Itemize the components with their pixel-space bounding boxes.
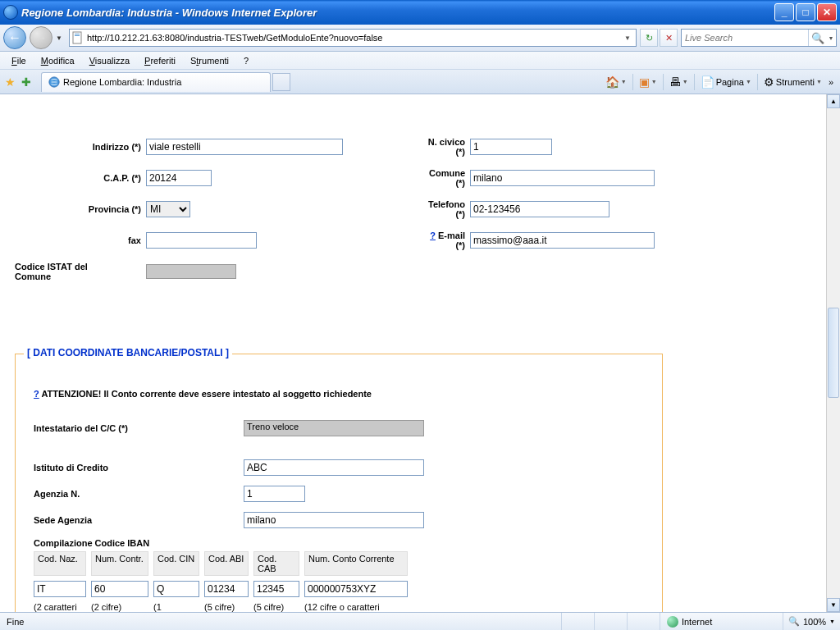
input-istat-readonly — [146, 264, 236, 279]
ie-icon — [3, 5, 18, 20]
content-area: Indirizzo (*) N. civico(*) C.A.P. (*) Co… — [0, 94, 840, 612]
iban-head-conto: Num. Conto Corrente — [304, 551, 408, 576]
stop-button[interactable]: ✕ — [660, 29, 678, 47]
page-menu-button[interactable]: 📄Pagina▼ — [697, 74, 755, 90]
status-zone: Internet — [660, 613, 783, 630]
menu-preferiti[interactable]: Preferiti — [138, 54, 182, 67]
page-icon — [71, 31, 84, 44]
iban-head-cin: Cod. CIN — [153, 551, 199, 576]
label-istat: Codice ISTAT del Comune — [15, 262, 121, 281]
status-bar: Fine Internet 🔍100%▼ — [0, 612, 840, 630]
label-telefono: Telefono(*) — [409, 199, 470, 219]
label-intestatario: Intestatario del C/C (*) — [34, 423, 244, 433]
label-comune: Comune(*) — [409, 168, 470, 188]
warning-help-link[interactable]: ? — [34, 389, 39, 399]
nav-toolbar: ← → ▼ ▼ ↻ ✕ 🔍 ▼ — [0, 25, 840, 52]
input-istituto[interactable] — [244, 459, 424, 476]
menu-bar: File Modifica Visualizza Preferiti Strum… — [0, 52, 840, 70]
status-pane-1 — [562, 613, 595, 630]
label-agenzia: Agenzia N. — [34, 489, 244, 499]
menu-strumenti[interactable]: Strumenti — [184, 54, 235, 67]
menu-help[interactable]: ? — [237, 54, 255, 67]
input-comune[interactable] — [470, 170, 655, 186]
bank-warning: ? ATTENZIONE! Il Conto corrente deve ess… — [34, 389, 644, 399]
tab-active[interactable]: Regione Lombardia: Industria — [41, 72, 271, 92]
select-provincia[interactable]: MI — [146, 201, 190, 217]
tools-menu-button[interactable]: ⚙Strumenti▼ — [760, 74, 825, 90]
refresh-button[interactable]: ↻ — [640, 29, 658, 47]
back-button[interactable]: ← — [3, 26, 26, 49]
window-title: Regione Lombardia: Industria - Windows I… — [21, 7, 774, 19]
tab-toolbar: ★ ✚ Regione Lombardia: Industria 🏠▼ ▣▼ 🖶… — [0, 70, 840, 94]
input-indirizzo[interactable] — [146, 139, 343, 155]
label-email: ? E-mail(*) — [409, 231, 470, 250]
nav-history-dropdown[interactable]: ▼ — [56, 34, 66, 42]
scroll-down-button[interactable]: ▼ — [827, 598, 840, 612]
input-civico[interactable] — [470, 139, 552, 155]
iban-head-naz: Cod. Naz. — [34, 551, 86, 576]
status-pane-2 — [595, 613, 628, 630]
address-dropdown[interactable]: ▼ — [621, 34, 634, 42]
input-fax[interactable] — [146, 232, 257, 249]
print-button[interactable]: 🖶▼ — [666, 74, 692, 90]
toolbar-overflow[interactable]: » — [825, 77, 837, 87]
hint-contr: (2 cifre) — [91, 602, 148, 612]
label-indirizzo: Indirizzo (*) — [15, 142, 146, 152]
input-agenzia[interactable] — [244, 486, 305, 502]
home-button[interactable]: 🏠▼ — [602, 74, 630, 90]
window-close-button[interactable]: ✕ — [817, 3, 837, 21]
forward-button[interactable]: → — [30, 26, 52, 49]
hint-naz: (2 caratteri maiuscoli) — [34, 602, 86, 612]
input-iban-cin[interactable] — [153, 581, 199, 597]
search-dropdown[interactable]: ▼ — [826, 35, 836, 41]
hint-cin: (1 carattere maiuscolo) — [153, 602, 199, 612]
input-sede[interactable] — [244, 512, 424, 528]
scroll-thumb[interactable] — [828, 308, 839, 398]
input-cap[interactable] — [146, 170, 212, 186]
scroll-up-button[interactable]: ▲ — [827, 94, 840, 108]
label-istituto: Istituto di Credito — [34, 463, 244, 472]
iban-hints-row: (2 caratteri maiuscoli) (2 cifre) (1 car… — [34, 602, 644, 612]
window-titlebar: Regione Lombardia: Industria - Windows I… — [0, 0, 840, 25]
input-iban-abi[interactable] — [204, 581, 249, 597]
email-help-link[interactable]: ? — [430, 231, 436, 240]
iban-header-row: Cod. Naz. Num. Contr. Cod. CIN Cod. ABI … — [34, 551, 644, 576]
input-iban-conto[interactable] — [304, 581, 408, 597]
address-form: Indirizzo (*) N. civico(*) C.A.P. (*) Co… — [15, 137, 824, 281]
zoom-control[interactable]: 🔍100%▼ — [783, 616, 840, 627]
svg-rect-1 — [75, 34, 80, 34]
menu-visualizza[interactable]: Visualizza — [83, 54, 136, 67]
menu-file[interactable]: File — [5, 54, 33, 67]
add-favorite-icon[interactable]: ✚ — [21, 75, 34, 89]
window-minimize-button[interactable]: _ — [774, 3, 794, 21]
window-maximize-button[interactable]: □ — [796, 3, 815, 21]
url-input[interactable] — [87, 33, 621, 43]
tab-title: Regione Lombardia: Industria — [63, 77, 181, 87]
address-bar[interactable]: ▼ — [69, 29, 637, 47]
search-input[interactable] — [682, 33, 808, 43]
bank-fieldset: [ DATI COORDINATE BANCARIE/POSTALI ] ? A… — [15, 354, 663, 612]
input-intestatario-readonly: Treno veloce — [244, 420, 424, 436]
label-iban-title: Compilazione Codice IBAN — [34, 538, 644, 548]
hint-cab: (5 cifre) — [253, 602, 299, 612]
label-fax: fax — [15, 235, 146, 245]
label-provincia: Provincia (*) — [15, 204, 146, 214]
hint-abi: (5 cifre) — [204, 602, 249, 612]
globe-icon — [667, 616, 678, 628]
input-iban-cab[interactable] — [253, 581, 299, 597]
iban-head-contr: Num. Contr. — [91, 551, 148, 576]
search-box[interactable]: 🔍 ▼ — [681, 29, 837, 47]
status-pane-3 — [628, 613, 660, 630]
input-telefono[interactable] — [470, 201, 609, 217]
label-cap: C.A.P. (*) — [15, 173, 146, 183]
hint-conto: (12 cifre o caratteri maiuscoli) — [304, 602, 408, 612]
favorites-icon[interactable]: ★ — [5, 75, 18, 89]
input-email[interactable] — [470, 232, 655, 249]
search-button[interactable]: 🔍 — [808, 30, 826, 46]
new-tab-button[interactable] — [272, 73, 290, 91]
input-iban-contr[interactable] — [91, 581, 148, 597]
menu-modifica[interactable]: Modifica — [34, 54, 81, 67]
input-iban-naz[interactable] — [34, 581, 86, 597]
feeds-button[interactable]: ▣▼ — [636, 74, 660, 90]
vertical-scrollbar[interactable]: ▲ ▼ — [826, 94, 840, 612]
